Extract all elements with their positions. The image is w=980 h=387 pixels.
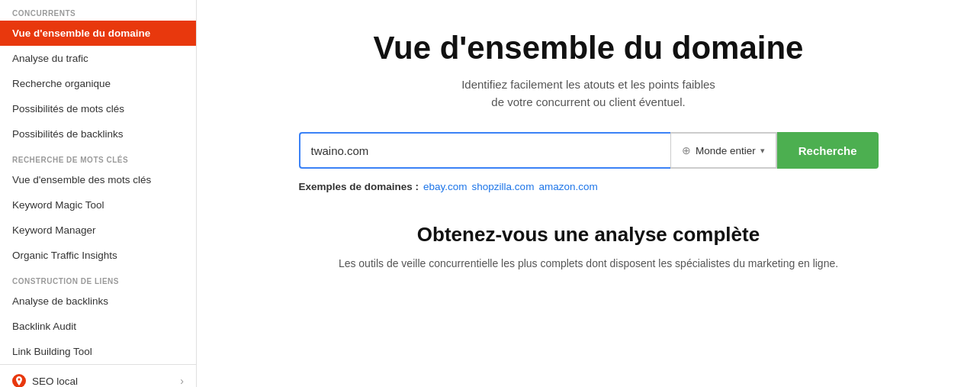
examples-label: Exemples de domaines : [299,181,419,192]
sidebar-item-label: Analyse du trafic [12,53,88,64]
sidebar-item-keyword-manager[interactable]: Keyword Manager [0,218,196,243]
subtitle-line1: Identifiez facilement les atouts et les … [461,78,715,91]
section-label-mots-cles: RECHERCHE DE MOTS CLÉS [0,147,196,167]
sidebar-item-recherche-organique[interactable]: Recherche organique [0,71,196,96]
examples-row: Exemples de domaines : ebay.com shopzill… [299,181,879,192]
page-title: Vue d'ensemble du domaine [243,31,934,66]
sidebar-item-analyse-trafic[interactable]: Analyse du trafic [0,46,196,71]
section-label-liens: CONSTRUCTION DE LIENS [0,268,196,289]
sidebar-item-analyse-backlinks[interactable]: Analyse de backlinks [0,289,196,314]
section-label-concurrents: CONCURRENTS [0,0,196,21]
globe-icon: ⊕ [682,144,691,156]
sidebar-item-label: Keyword Magic Tool [12,199,104,211]
sidebar-item-label: Vue d'ensemble du domaine [12,27,150,39]
sidebar-item-vue-ensemble-mots-cles[interactable]: Vue d'ensemble des mots clés [0,167,196,192]
sidebar-item-possibilites-backlinks[interactable]: Possibilités de backlinks [0,121,196,147]
sidebar-item-label: Recherche organique [12,78,111,89]
page-subtitle: Identifiez facilement les atouts et les … [243,76,934,111]
sidebar-item-label: Possibilités de backlinks [12,128,124,140]
sidebar-item-possibilites-mots-cles[interactable]: Possibilités de mots clés [0,96,196,121]
bottom-section-title: Obtenez-vous une analyse complète [243,223,934,247]
subtitle-line2: de votre concurrent ou client éventuel. [491,95,685,108]
sidebar-item-label: Organic Traffic Insights [12,250,117,261]
example-link-shopzilla[interactable]: shopzilla.com [472,181,535,192]
sidebar-item-label: Vue d'ensemble des mots clés [12,174,151,185]
seo-local-label: SEO local [32,376,78,387]
location-icon [15,376,23,385]
dropdown-label: Monde entier [696,145,756,156]
sidebar-item-keyword-magic-tool[interactable]: Keyword Magic Tool [0,192,196,218]
sidebar-item-organic-traffic-insights[interactable]: Organic Traffic Insights [0,243,196,268]
sidebar-item-label: Keyword Manager [12,224,96,236]
sidebar-item-label: Possibilités de mots clés [12,103,124,114]
seo-local-icon [12,374,26,387]
domain-search-input[interactable] [299,132,670,169]
seo-local-left: SEO local [12,374,78,387]
search-button-label: Recherche [798,144,857,157]
main-content: Vue d'ensemble du domaine Identifiez fac… [197,0,980,387]
chevron-down-icon: ▾ [760,146,765,156]
sidebar: CONCURRENTS Vue d'ensemble du domaine An… [0,0,197,387]
sidebar-item-link-building-tool[interactable]: Link Building Tool [0,339,196,364]
region-dropdown[interactable]: ⊕ Monde entier ▾ [670,132,777,169]
sidebar-item-label: Backlink Audit [12,321,76,332]
example-link-ebay[interactable]: ebay.com [423,181,468,192]
search-row: ⊕ Monde entier ▾ Recherche [299,132,879,169]
sidebar-item-label: Analyse de backlinks [12,295,108,307]
bottom-section-subtitle: Les outils de veille concurrentielle les… [243,256,934,272]
search-button[interactable]: Recherche [777,132,879,169]
sidebar-item-label: Link Building Tool [12,346,92,357]
example-link-amazon[interactable]: amazon.com [538,181,597,192]
sidebar-item-backlink-audit[interactable]: Backlink Audit [0,314,196,339]
chevron-right-icon: › [180,375,184,387]
sidebar-seo-local[interactable]: SEO local › [0,364,196,387]
sidebar-item-vue-ensemble-domaine[interactable]: Vue d'ensemble du domaine [0,21,196,46]
